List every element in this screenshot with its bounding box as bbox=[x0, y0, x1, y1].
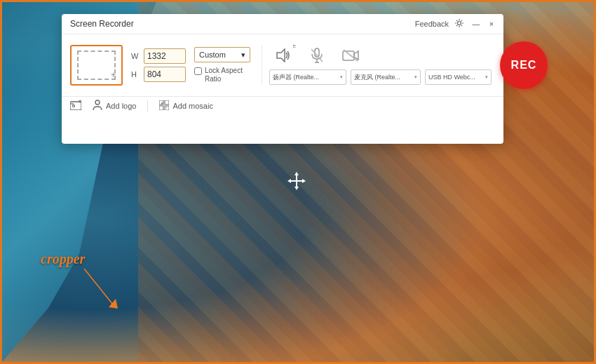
speaker-chevron-icon: ▾ bbox=[340, 74, 343, 80]
mic-dropdown-label: 麦克风 (Realte... bbox=[354, 73, 400, 82]
title-bar-controls: Feedback — × bbox=[415, 18, 496, 29]
width-input[interactable] bbox=[144, 48, 186, 64]
svg-rect-17 bbox=[70, 102, 81, 110]
close-button[interactable]: × bbox=[487, 19, 496, 29]
speaker-icon-btn[interactable]: ⠿ bbox=[273, 46, 293, 65]
mic-dropdown[interactable]: 麦克风 (Realte... ▾ bbox=[351, 69, 421, 85]
camera-dropdown[interactable]: USB HD Webc... ▾ bbox=[425, 69, 492, 85]
svg-rect-24 bbox=[161, 102, 163, 105]
crop-plus-icon: + bbox=[111, 70, 116, 80]
height-label: H bbox=[131, 70, 140, 79]
screenshot-icon bbox=[70, 100, 81, 112]
mic-icon-btn[interactable] bbox=[307, 46, 327, 65]
svg-rect-22 bbox=[159, 106, 163, 110]
dialog-title: Screen Recorder bbox=[70, 19, 134, 29]
preset-dropdown[interactable]: Custom ▾ bbox=[194, 47, 250, 62]
lock-ratio-row: Lock Aspect Ratio bbox=[194, 67, 250, 83]
width-label: W bbox=[131, 52, 140, 60]
add-logo-btn[interactable]: Add logo bbox=[93, 100, 136, 112]
screenshot-btn[interactable] bbox=[70, 100, 81, 112]
mic-chevron-icon: ▾ bbox=[414, 74, 417, 80]
preset-dropdown-label: Custom bbox=[199, 50, 226, 59]
svg-point-8 bbox=[458, 22, 461, 25]
crop-inner-dashed: + bbox=[77, 50, 116, 80]
camera-dropdown-label: USB HD Webc... bbox=[428, 74, 475, 81]
svg-marker-5 bbox=[294, 187, 299, 190]
rec-button[interactable]: REC bbox=[500, 41, 548, 89]
settings-icon[interactable] bbox=[454, 18, 466, 29]
svg-marker-6 bbox=[287, 179, 291, 183]
crop-region-selector[interactable]: + bbox=[70, 45, 123, 86]
lock-ratio-checkbox[interactable] bbox=[194, 67, 202, 75]
svg-marker-4 bbox=[294, 172, 299, 175]
width-row: W bbox=[131, 48, 186, 64]
height-row: H bbox=[131, 67, 186, 82]
cropper-arrow bbox=[77, 265, 119, 314]
feedback-link[interactable]: Feedback bbox=[415, 20, 449, 28]
camera-chevron-icon: ▾ bbox=[485, 74, 488, 80]
add-mosaic-label: Add mosaic bbox=[172, 102, 212, 110]
svg-rect-21 bbox=[165, 100, 169, 105]
svg-marker-9 bbox=[277, 49, 285, 62]
minimize-button[interactable]: — bbox=[471, 19, 481, 29]
height-input[interactable] bbox=[144, 67, 186, 82]
camera-icon-btn[interactable] bbox=[341, 46, 360, 65]
dialog-title-bar: Screen Recorder Feedback — × bbox=[62, 14, 503, 34]
dialog-content: + W H Custom ▾ Lock Aspect Ratio bbox=[62, 34, 503, 96]
toolbar-divider bbox=[147, 100, 148, 112]
svg-line-0 bbox=[84, 269, 112, 304]
add-logo-label: Add logo bbox=[106, 102, 136, 110]
bottom-toolbar: Add logo Add mosaic bbox=[62, 96, 503, 115]
dimensions-section: W H bbox=[131, 48, 186, 82]
svg-marker-7 bbox=[302, 179, 306, 183]
lock-ratio-label: Lock Aspect Ratio bbox=[205, 67, 250, 83]
add-mosaic-btn[interactable]: Add mosaic bbox=[159, 100, 212, 112]
mosaic-icon bbox=[159, 100, 169, 112]
svg-point-19 bbox=[95, 100, 100, 105]
move-cursor-icon bbox=[287, 172, 306, 190]
person-icon bbox=[93, 100, 102, 112]
preset-chevron-icon: ▾ bbox=[241, 50, 245, 60]
svg-point-18 bbox=[73, 105, 75, 107]
av-icons-row: ⠿ bbox=[268, 46, 492, 65]
svg-rect-14 bbox=[343, 51, 354, 60]
av-section: ⠿ bbox=[262, 46, 492, 85]
preset-section: Custom ▾ Lock Aspect Ratio bbox=[194, 47, 250, 83]
svg-rect-25 bbox=[165, 106, 167, 108]
speaker-dropdown[interactable]: 扬声器 (Realte... ▾ bbox=[269, 69, 346, 85]
av-dropdowns-row: 扬声器 (Realte... ▾ 麦克风 (Realte... ▾ USB HD… bbox=[268, 69, 492, 85]
speaker-dropdown-label: 扬声器 (Realte... bbox=[273, 73, 319, 82]
speaker-active-dots: ⠿ bbox=[292, 44, 296, 49]
screen-recorder-dialog: Screen Recorder Feedback — × + W bbox=[62, 14, 503, 144]
